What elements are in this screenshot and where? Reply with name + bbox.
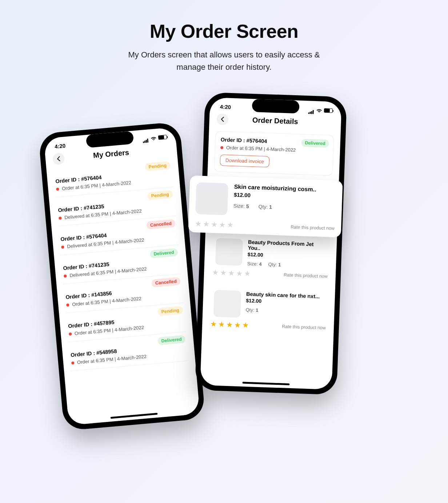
status-dot-icon [71, 361, 75, 365]
order-summary-card: Delivered Order ID : #576404 Order at 6:… [214, 131, 334, 176]
star-icon[interactable]: ★ [227, 220, 234, 229]
order-item-card[interactable]: Beauty Products From Jet You..$12.00Size… [211, 233, 331, 283]
wifi-icon [151, 136, 157, 140]
wifi-icon [316, 108, 322, 113]
phone-order-details: 4:20 Order Details Delivered Order ID : … [195, 92, 347, 395]
signal-icon [143, 136, 149, 141]
order-time: Order at 6:35 PM | 4-March-2022 [226, 145, 296, 153]
status-dot-icon [61, 245, 64, 249]
star-icon[interactable]: ★ [244, 269, 251, 278]
star-icon[interactable]: ★ [195, 219, 202, 228]
rating-stars[interactable]: ★★★★★ [210, 319, 249, 330]
home-indicator [111, 413, 158, 419]
rating-stars[interactable]: ★ ★ ★ ★ ★ [195, 219, 234, 229]
product-thumbnail [195, 182, 228, 215]
phone-my-orders: 4:20 My Orders PendingOrder ID : #576404… [38, 122, 205, 431]
rate-product-link[interactable]: Rate this product now [284, 272, 328, 279]
back-button[interactable] [216, 113, 228, 125]
order-item-card[interactable]: Beauty skin care for the nxt...$12.00Qty… [209, 285, 329, 334]
product-qty: Qty: 1 [258, 204, 272, 210]
signal-icon [308, 108, 315, 112]
status-dot-icon [59, 216, 62, 220]
product-size: Size: 4 [247, 261, 262, 267]
star-icon[interactable]: ★ [203, 220, 210, 229]
battery-icon [324, 108, 333, 113]
star-icon[interactable]: ★ [210, 319, 217, 329]
screen-title: My Orders [93, 148, 129, 160]
star-icon[interactable]: ★ [218, 320, 225, 329]
product-thumbnail [215, 238, 243, 266]
status-dot-icon [64, 274, 67, 278]
chevron-left-icon [57, 156, 61, 161]
back-button[interactable] [52, 152, 65, 165]
status-badge: Delivered [301, 139, 329, 148]
product-size: Size: 5 [233, 203, 249, 209]
status-time: 4:20 [54, 142, 65, 150]
home-indicator [242, 382, 289, 385]
product-name: Beauty Products From Jet You.. [248, 239, 326, 253]
star-icon[interactable]: ★ [228, 269, 235, 278]
status-time: 4:20 [220, 104, 231, 110]
order-item-card-highlight[interactable]: Skin care moisturizing cosm.. $12.00 Siz… [188, 176, 343, 238]
rating-stars[interactable]: ★★★★★ [212, 268, 251, 278]
star-icon[interactable]: ★ [220, 268, 227, 277]
rate-product-link[interactable]: Rate this product now [282, 324, 326, 330]
star-icon[interactable]: ★ [242, 321, 249, 330]
battery-icon [158, 134, 167, 140]
star-icon[interactable]: ★ [212, 268, 219, 277]
status-dot-icon [66, 303, 69, 306]
star-icon[interactable]: ★ [234, 321, 241, 330]
status-dot-icon [69, 332, 72, 335]
product-thumbnail [213, 290, 241, 318]
screen-title: Order Details [252, 116, 298, 126]
orders-list: PendingOrder ID : #576404Order at 6:35 P… [46, 157, 195, 371]
download-invoice-button[interactable]: Download invoice [220, 154, 269, 168]
phone-notch [252, 99, 300, 114]
page-title: My Order Screen [0, 20, 448, 42]
star-icon[interactable]: ★ [226, 320, 233, 329]
chevron-left-icon [221, 116, 224, 121]
star-icon[interactable]: ★ [219, 220, 226, 229]
product-qty: Qty: 1 [268, 262, 281, 267]
status-dot-icon [220, 146, 223, 149]
status-dot-icon [56, 188, 59, 191]
star-icon[interactable]: ★ [236, 269, 243, 278]
product-qty: Qty: 1 [245, 307, 258, 313]
page-subtitle: My Orders screen that allows users to ea… [0, 49, 448, 73]
star-icon[interactable]: ★ [211, 220, 218, 229]
rate-product-link[interactable]: Rate this product now [291, 224, 335, 231]
